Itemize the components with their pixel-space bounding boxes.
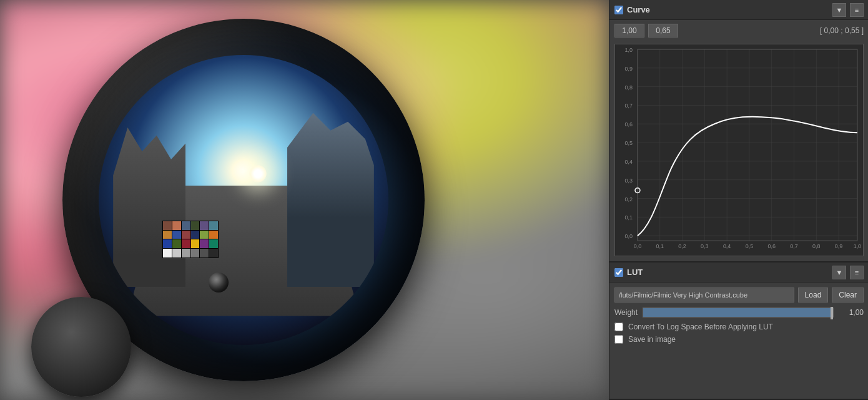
svg-text:0,7: 0,7 — [625, 102, 633, 109]
svg-text:0,7: 0,7 — [790, 243, 797, 249]
lut-save-image-row: Save in image — [614, 335, 864, 344]
svg-text:0,9: 0,9 — [625, 66, 633, 72]
lut-file-row: /luts/Filmic/Filmic Very High Contrast.c… — [614, 288, 864, 302]
color-cell — [172, 239, 181, 248]
color-cell — [191, 239, 200, 248]
color-cell — [209, 221, 218, 230]
svg-text:0,2: 0,2 — [678, 243, 686, 249]
svg-text:0,3: 0,3 — [625, 178, 633, 184]
curve-graph-container: 1,0 0,9 0,8 0,7 0,6 0,5 0,4 0,3 0,2 0,1 … — [609, 41, 868, 261]
sphere-buildings-left — [113, 128, 185, 287]
svg-text:0,1: 0,1 — [625, 214, 633, 221]
svg-text:0,8: 0,8 — [625, 84, 633, 91]
lut-menu-button[interactable]: ≡ — [850, 266, 864, 279]
color-cell — [191, 231, 200, 239]
lut-weight-value: 1,00 — [839, 308, 864, 317]
lut-weight-slider[interactable] — [643, 308, 834, 318]
lut-log-space-checkbox[interactable] — [614, 322, 623, 331]
color-cell — [182, 221, 190, 230]
lut-panel: LUT ▼ ≡ /luts/Filmic/Filmic Very High Co… — [609, 262, 868, 400]
color-cell — [191, 221, 200, 230]
curve-panel: Curve ▼ ≡ [ 0,00 ; 0,55 ] — [609, 0, 868, 262]
lut-clear-button[interactable]: Clear — [832, 288, 864, 302]
color-cell — [191, 249, 200, 258]
lut-collapse-button[interactable]: ▼ — [832, 266, 846, 279]
lut-save-image-label: Save in image — [628, 335, 676, 344]
sphere-sun — [249, 165, 267, 182]
curve-collapse-button[interactable]: ▼ — [832, 3, 846, 17]
render-viewport — [0, 0, 609, 400]
lut-log-space-row: Convert To Log Space Before Applying LUT — [614, 322, 864, 331]
lut-load-button[interactable]: Load — [798, 288, 829, 302]
lut-weight-fill — [643, 308, 833, 317]
svg-text:0,1: 0,1 — [656, 243, 664, 249]
color-cell — [163, 231, 172, 239]
curve-controls-row: [ 0,00 ; 0,55 ] — [609, 20, 868, 41]
svg-text:0,0: 0,0 — [634, 243, 641, 249]
color-cell — [172, 249, 181, 258]
color-cell — [182, 231, 190, 239]
color-cell — [163, 249, 172, 258]
svg-text:0,8: 0,8 — [812, 243, 820, 249]
lut-log-space-label: Convert To Log Space Before Applying LUT — [628, 322, 773, 331]
curve-panel-title: Curve — [627, 5, 829, 14]
lut-enable-checkbox[interactable] — [614, 268, 623, 277]
lut-weight-thumb — [831, 307, 833, 319]
svg-text:0,4: 0,4 — [723, 243, 731, 249]
curve-y-input[interactable] — [648, 24, 678, 38]
color-cell — [200, 239, 209, 248]
lut-panel-header: LUT ▼ ≡ — [609, 262, 868, 282]
color-cell — [209, 249, 218, 258]
small-black-sphere — [31, 297, 131, 397]
color-cell — [200, 221, 209, 230]
sphere-buildings-right — [287, 113, 374, 287]
lut-body: /luts/Filmic/Filmic Very High Contrast.c… — [609, 282, 868, 352]
svg-text:0,5: 0,5 — [746, 243, 753, 249]
color-cell — [209, 239, 218, 248]
sphere-scene — [99, 55, 388, 345]
svg-text:0,2: 0,2 — [625, 196, 633, 202]
svg-text:0,6: 0,6 — [625, 121, 633, 128]
color-cell — [200, 249, 209, 258]
color-cell — [182, 239, 190, 248]
lut-save-image-checkbox[interactable] — [614, 335, 623, 344]
curve-enable-checkbox[interactable] — [614, 6, 623, 14]
color-checker — [162, 221, 219, 258]
lut-weight-row: Weight 1,00 — [614, 308, 864, 318]
right-panel: Curve ▼ ≡ [ 0,00 ; 0,55 ] — [609, 0, 868, 400]
color-cell — [200, 231, 209, 239]
color-cell — [172, 221, 181, 230]
curve-svg: 1,0 0,9 0,8 0,7 0,6 0,5 0,4 0,3 0,2 0,1 … — [615, 44, 863, 256]
svg-text:0,6: 0,6 — [767, 243, 775, 249]
svg-text:1,0: 1,0 — [854, 243, 861, 249]
color-cell — [163, 239, 172, 248]
color-cell — [182, 249, 190, 258]
lut-panel-title: LUT — [627, 268, 829, 277]
curve-coord-display: [ 0,00 ; 0,55 ] — [820, 26, 864, 35]
svg-text:0,5: 0,5 — [625, 140, 633, 146]
color-cell — [172, 231, 181, 239]
color-cell — [209, 231, 218, 239]
curve-menu-button[interactable]: ≡ — [850, 3, 864, 17]
curve-x-input[interactable] — [614, 24, 644, 38]
svg-text:0,3: 0,3 — [701, 243, 708, 249]
curve-graph[interactable]: 1,0 0,9 0,8 0,7 0,6 0,5 0,4 0,3 0,2 0,1 … — [614, 44, 864, 256]
lut-weight-label: Weight — [614, 308, 638, 317]
svg-rect-0 — [615, 44, 863, 256]
curve-panel-header: Curve ▼ ≡ — [609, 0, 868, 20]
svg-text:0,0: 0,0 — [625, 233, 633, 239]
svg-text:1,0: 1,0 — [625, 47, 633, 53]
svg-text:0,9: 0,9 — [835, 243, 842, 249]
color-cell — [163, 221, 172, 230]
svg-text:0,4: 0,4 — [625, 159, 633, 165]
lut-file-path: /luts/Filmic/Filmic Very High Contrast.c… — [614, 288, 794, 302]
